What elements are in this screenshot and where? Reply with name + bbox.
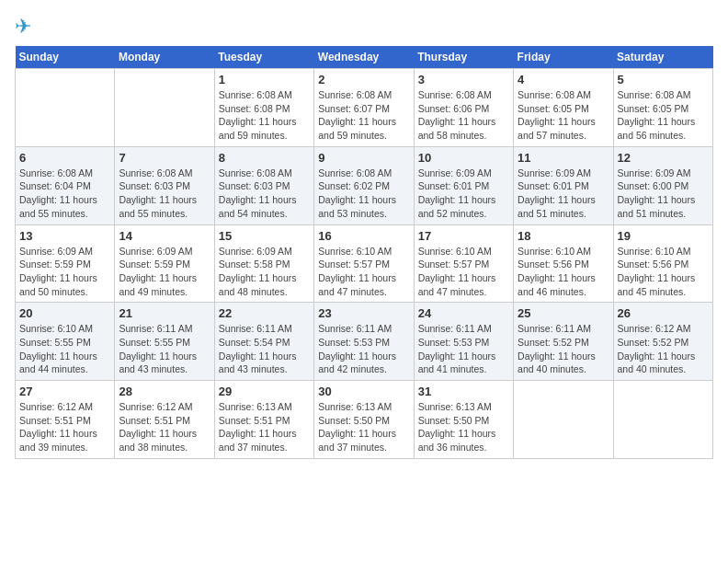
day-info: Sunrise: 6:09 AMSunset: 6:00 PMDaylight:… <box>618 167 709 221</box>
day-number: 19 <box>618 229 709 243</box>
day-info: Sunrise: 6:08 AMSunset: 6:03 PMDaylight:… <box>119 167 210 221</box>
calendar-week-row: 13Sunrise: 6:09 AMSunset: 5:59 PMDayligh… <box>16 224 713 303</box>
calendar-cell: 2Sunrise: 6:08 AMSunset: 6:07 PMDaylight… <box>314 69 414 147</box>
day-info: Sunrise: 6:11 AMSunset: 5:53 PMDaylight:… <box>418 322 509 376</box>
day-number: 12 <box>618 151 709 165</box>
day-number: 4 <box>518 73 609 86</box>
calendar-cell <box>16 69 115 147</box>
calendar-cell: 23Sunrise: 6:11 AMSunset: 5:53 PMDayligh… <box>314 303 414 381</box>
calendar-cell: 31Sunrise: 6:13 AMSunset: 5:50 PMDayligh… <box>414 381 513 459</box>
day-number: 11 <box>518 151 609 165</box>
day-info: Sunrise: 6:08 AMSunset: 6:06 PMDaylight:… <box>418 88 509 143</box>
calendar-week-row: 6Sunrise: 6:08 AMSunset: 6:04 PMDaylight… <box>16 146 713 224</box>
calendar-cell: 9Sunrise: 6:08 AMSunset: 6:02 PMDaylight… <box>314 146 414 224</box>
day-number: 3 <box>418 73 509 86</box>
day-info: Sunrise: 6:08 AMSunset: 6:04 PMDaylight:… <box>19 167 110 221</box>
day-info: Sunrise: 6:08 AMSunset: 6:05 PMDaylight:… <box>518 88 609 143</box>
day-number: 16 <box>318 229 409 243</box>
calendar-cell: 11Sunrise: 6:09 AMSunset: 6:01 PMDayligh… <box>514 146 613 224</box>
weekday-header: Saturday <box>613 46 712 69</box>
day-number: 28 <box>119 385 210 398</box>
calendar-cell: 26Sunrise: 6:12 AMSunset: 5:52 PMDayligh… <box>613 303 712 381</box>
day-number: 14 <box>119 229 210 243</box>
calendar-cell <box>514 381 613 459</box>
weekday-header: Monday <box>115 46 214 69</box>
day-info: Sunrise: 6:08 AMSunset: 6:03 PMDaylight:… <box>219 167 310 221</box>
day-info: Sunrise: 6:10 AMSunset: 5:56 PMDaylight:… <box>518 245 609 299</box>
day-info: Sunrise: 6:08 AMSunset: 6:07 PMDaylight:… <box>318 88 409 143</box>
calendar-cell: 4Sunrise: 6:08 AMSunset: 6:05 PMDaylight… <box>514 69 613 147</box>
day-number: 13 <box>19 229 110 243</box>
weekday-header: Sunday <box>16 46 115 69</box>
calendar-cell: 19Sunrise: 6:10 AMSunset: 5:56 PMDayligh… <box>613 224 712 303</box>
calendar-cell: 21Sunrise: 6:11 AMSunset: 5:55 PMDayligh… <box>115 303 214 381</box>
calendar-cell: 12Sunrise: 6:09 AMSunset: 6:00 PMDayligh… <box>613 146 712 224</box>
day-info: Sunrise: 6:10 AMSunset: 5:57 PMDaylight:… <box>318 245 409 299</box>
calendar-cell: 14Sunrise: 6:09 AMSunset: 5:59 PMDayligh… <box>115 224 214 303</box>
day-number: 18 <box>518 229 609 243</box>
calendar-cell: 18Sunrise: 6:10 AMSunset: 5:56 PMDayligh… <box>514 224 613 303</box>
calendar-table: SundayMondayTuesdayWednesdayThursdayFrid… <box>15 46 713 459</box>
calendar-cell: 13Sunrise: 6:09 AMSunset: 5:59 PMDayligh… <box>16 224 115 303</box>
day-number: 20 <box>19 306 110 320</box>
day-number: 23 <box>318 306 409 320</box>
day-number: 1 <box>219 73 310 86</box>
logo-bird-icon: ✈ <box>15 15 31 39</box>
day-number: 10 <box>418 151 509 165</box>
calendar-week-row: 27Sunrise: 6:12 AMSunset: 5:51 PMDayligh… <box>16 381 713 459</box>
calendar-cell: 3Sunrise: 6:08 AMSunset: 6:06 PMDaylight… <box>414 69 513 147</box>
day-info: Sunrise: 6:09 AMSunset: 5:58 PMDaylight:… <box>219 245 310 299</box>
day-number: 6 <box>19 151 110 165</box>
weekday-header: Friday <box>514 46 613 69</box>
day-info: Sunrise: 6:10 AMSunset: 5:56 PMDaylight:… <box>618 245 709 299</box>
day-info: Sunrise: 6:13 AMSunset: 5:50 PMDaylight:… <box>418 400 509 454</box>
day-number: 30 <box>318 385 409 398</box>
day-info: Sunrise: 6:10 AMSunset: 5:57 PMDaylight:… <box>418 245 509 299</box>
day-number: 9 <box>318 151 409 165</box>
weekday-header: Thursday <box>414 46 513 69</box>
page-header: ✈ <box>15 15 713 39</box>
day-number: 24 <box>418 306 509 320</box>
day-info: Sunrise: 6:12 AMSunset: 5:52 PMDaylight:… <box>618 322 709 376</box>
calendar-cell: 22Sunrise: 6:11 AMSunset: 5:54 PMDayligh… <box>214 303 313 381</box>
day-number: 17 <box>418 229 509 243</box>
calendar-cell: 16Sunrise: 6:10 AMSunset: 5:57 PMDayligh… <box>314 224 414 303</box>
day-info: Sunrise: 6:11 AMSunset: 5:55 PMDaylight:… <box>119 322 210 376</box>
day-number: 26 <box>618 306 709 320</box>
calendar-week-row: 20Sunrise: 6:10 AMSunset: 5:55 PMDayligh… <box>16 303 713 381</box>
day-info: Sunrise: 6:08 AMSunset: 6:08 PMDaylight:… <box>219 88 310 143</box>
day-info: Sunrise: 6:08 AMSunset: 6:02 PMDaylight:… <box>318 167 409 221</box>
day-info: Sunrise: 6:11 AMSunset: 5:52 PMDaylight:… <box>518 322 609 376</box>
calendar-cell <box>613 381 712 459</box>
calendar-cell: 8Sunrise: 6:08 AMSunset: 6:03 PMDaylight… <box>214 146 313 224</box>
day-info: Sunrise: 6:12 AMSunset: 5:51 PMDaylight:… <box>19 400 110 454</box>
calendar-cell: 10Sunrise: 6:09 AMSunset: 6:01 PMDayligh… <box>414 146 513 224</box>
logo: ✈ <box>15 15 31 39</box>
day-info: Sunrise: 6:09 AMSunset: 6:01 PMDaylight:… <box>518 167 609 221</box>
calendar-cell: 1Sunrise: 6:08 AMSunset: 6:08 PMDaylight… <box>214 69 313 147</box>
day-info: Sunrise: 6:12 AMSunset: 5:51 PMDaylight:… <box>119 400 210 454</box>
day-info: Sunrise: 6:08 AMSunset: 6:05 PMDaylight:… <box>618 88 709 143</box>
calendar-cell: 6Sunrise: 6:08 AMSunset: 6:04 PMDaylight… <box>16 146 115 224</box>
calendar-week-row: 1Sunrise: 6:08 AMSunset: 6:08 PMDaylight… <box>16 69 713 147</box>
day-info: Sunrise: 6:11 AMSunset: 5:54 PMDaylight:… <box>219 322 310 376</box>
calendar-cell: 28Sunrise: 6:12 AMSunset: 5:51 PMDayligh… <box>115 381 214 459</box>
day-number: 8 <box>219 151 310 165</box>
day-info: Sunrise: 6:09 AMSunset: 6:01 PMDaylight:… <box>418 167 509 221</box>
calendar-cell <box>115 69 214 147</box>
calendar-cell: 7Sunrise: 6:08 AMSunset: 6:03 PMDaylight… <box>115 146 214 224</box>
calendar-cell: 27Sunrise: 6:12 AMSunset: 5:51 PMDayligh… <box>16 381 115 459</box>
day-info: Sunrise: 6:11 AMSunset: 5:53 PMDaylight:… <box>318 322 409 376</box>
calendar-cell: 5Sunrise: 6:08 AMSunset: 6:05 PMDaylight… <box>613 69 712 147</box>
day-number: 27 <box>19 385 110 398</box>
calendar-cell: 15Sunrise: 6:09 AMSunset: 5:58 PMDayligh… <box>214 224 313 303</box>
calendar-header-row: SundayMondayTuesdayWednesdayThursdayFrid… <box>16 46 713 69</box>
day-number: 7 <box>119 151 210 165</box>
day-number: 22 <box>219 306 310 320</box>
day-number: 25 <box>518 306 609 320</box>
day-number: 2 <box>318 73 409 86</box>
day-info: Sunrise: 6:13 AMSunset: 5:50 PMDaylight:… <box>318 400 409 454</box>
day-number: 29 <box>219 385 310 398</box>
calendar-cell: 20Sunrise: 6:10 AMSunset: 5:55 PMDayligh… <box>16 303 115 381</box>
day-number: 15 <box>219 229 310 243</box>
